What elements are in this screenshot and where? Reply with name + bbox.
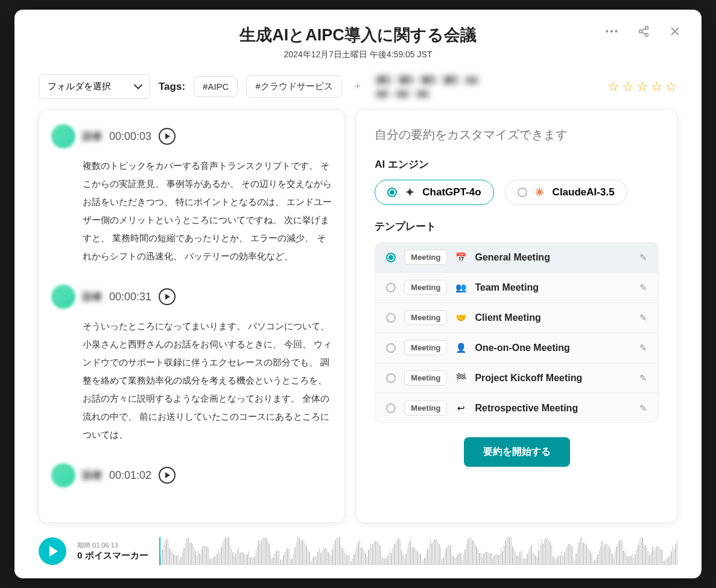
entry-timestamp: 00:00:31 [109,291,151,303]
meeting-modal: 生成AIとAIPC導入に関する会議 2024年12月7日土曜日 午後4:59:0… [14,10,702,578]
more-options-icon[interactable] [605,24,619,39]
entry-timestamp: 00:00:03 [109,130,151,143]
svg-point-0 [645,27,648,30]
engine-option[interactable]: ClaudeAI-3.5 [505,180,627,205]
svg-point-1 [639,30,642,33]
radio-icon [387,188,397,197]
folder-select-label: フォルダを選択 [48,81,111,92]
speaker-name: 話者 [83,291,102,303]
engine-section-label: AI エンジン [375,157,659,171]
participant-chip: 参1 [373,74,393,86]
template-row[interactable]: Meeting ↩ Retrospective Meeting ✎ [375,393,658,423]
edit-icon[interactable]: ✎ [639,403,647,414]
entry-text: そういったところになってまいります。 パソコンについて、 小泉さんと西野さんのお… [83,317,332,444]
template-row[interactable]: Meeting 🤝 Client Meeting ✎ [375,303,658,333]
start-summary-button[interactable]: 要約を開始する [464,437,570,467]
template-name: Team Meeting [475,282,631,293]
edit-icon[interactable]: ✎ [639,252,647,263]
transcript-entry: 話者 00:00:31 そういったところになってまいります。 パソコンについて、… [51,285,332,444]
claude-icon [534,187,545,198]
summary-panel: 自分の要約をカスタマイズできます AI エンジン ChatGPT-4o Clau… [356,109,677,523]
speaker-avatar [51,124,75,148]
radio-icon [386,403,396,413]
transcript-entry: 話者 00:00:03 複数のトピックをカバーする音声トランスクリプトです。 そ… [51,124,332,265]
player-bar: 期間 01:06:13 0 ボイスマーカー [14,531,702,578]
template-list: Meeting 📅 General Meeting ✎ Meeting 👥 Te… [375,242,659,423]
play-segment-button[interactable] [159,288,176,305]
waveform-cursor[interactable] [159,537,160,565]
radio-icon [518,188,527,197]
template-badge: Meeting [404,340,447,355]
play-button[interactable] [39,537,66,565]
engine-name: ClaudeAI-3.5 [553,186,615,198]
radio-icon [386,313,396,323]
template-badge: Meeting [404,370,447,385]
svg-line-3 [642,28,645,31]
star-icon[interactable]: ☆ [622,79,634,95]
gpt-icon [404,187,415,198]
waveform[interactable] [159,537,677,565]
participant-chip: S2 [463,75,480,86]
participant-chip: S3 [373,89,391,100]
engine-row: ChatGPT-4o ClaudeAI-3.5 [375,180,659,205]
transcript-entry: 話者 00:01:02 [51,463,332,487]
transcript-panel: 話者 00:00:03 複数のトピックをカバーする音声トランスクリプトです。 そ… [39,109,345,523]
template-type-icon: 🤝 [455,312,466,323]
star-icon[interactable]: ☆ [665,79,677,95]
participant-chip: S4 [393,89,411,100]
template-type-icon: 📅 [455,252,466,263]
play-segment-button[interactable] [159,467,176,484]
participants-list[interactable]: 参1 参2 参3 参4 S2 S3 S4 S5 [373,74,494,100]
tag-pill[interactable]: #クラウドサービス [246,75,341,98]
folder-select[interactable]: フォルダを選択 [39,74,150,99]
template-badge: Meeting [404,280,447,295]
radio-icon [386,283,396,292]
play-segment-button[interactable] [159,128,176,145]
toolbar: フォルダを選択 Tags: #AIPC #クラウドサービス + 参1 参2 参3… [14,66,702,109]
summary-title: 自分の要約をカスタマイズできます [375,127,659,143]
participant-chip: 参4 [440,74,460,86]
meeting-title: 生成AIとAIPC導入に関する会議 [39,24,677,46]
star-icon[interactable]: ☆ [636,79,648,95]
add-tag-button[interactable]: + [350,80,365,94]
star-icon[interactable]: ☆ [607,79,619,95]
meeting-date: 2024年12月7日土曜日 午後4:59:05 JST [39,49,677,60]
template-row[interactable]: Meeting 👥 Team Meeting ✎ [375,273,658,303]
markers-label: 0 ボイスマーカー [77,550,148,561]
duration-label: 期間 01:06:13 [77,541,148,550]
participant-chip: 参2 [396,74,416,86]
edit-icon[interactable]: ✎ [639,343,647,353]
template-row[interactable]: Meeting 👤 One-on-One Meeting ✎ [375,333,658,363]
template-row[interactable]: Meeting 🏁 Project Kickoff Meeting ✎ [375,363,658,393]
template-name: One-on-One Meeting [475,343,631,353]
chevron-down-icon [135,81,141,92]
template-type-icon: 👤 [455,343,466,353]
edit-icon[interactable]: ✎ [639,373,647,384]
speaker-avatar [51,285,75,309]
tag-pill[interactable]: #AIPC [194,76,238,97]
close-icon[interactable] [668,24,682,39]
template-type-icon: 👥 [455,282,466,293]
rating-stars[interactable]: ☆ ☆ ☆ ☆ ☆ [607,79,677,95]
radio-icon [386,343,396,353]
star-icon[interactable]: ☆ [651,79,663,95]
speaker-name: 話者 [83,130,102,143]
svg-point-2 [645,33,648,36]
radio-icon [386,373,396,383]
engine-option[interactable]: ChatGPT-4o [375,180,493,205]
template-name: Client Meeting [475,312,631,323]
template-type-icon: ↩ [455,403,466,414]
share-icon[interactable] [636,24,651,39]
speaker-avatar [51,463,75,487]
template-badge: Meeting [404,310,447,325]
entry-timestamp: 00:01:02 [109,469,151,482]
player-info: 期間 01:06:13 0 ボイスマーカー [77,541,148,561]
edit-icon[interactable]: ✎ [639,282,647,293]
template-row[interactable]: Meeting 📅 General Meeting ✎ [375,242,658,273]
modal-body: 話者 00:00:03 複数のトピックをカバーする音声トランスクリプトです。 そ… [14,109,702,531]
radio-icon [386,253,396,262]
template-section-label: テンプレート [375,220,659,233]
edit-icon[interactable]: ✎ [639,312,647,323]
speaker-name: 話者 [83,469,102,482]
template-name: Retrospective Meeting [475,403,631,414]
